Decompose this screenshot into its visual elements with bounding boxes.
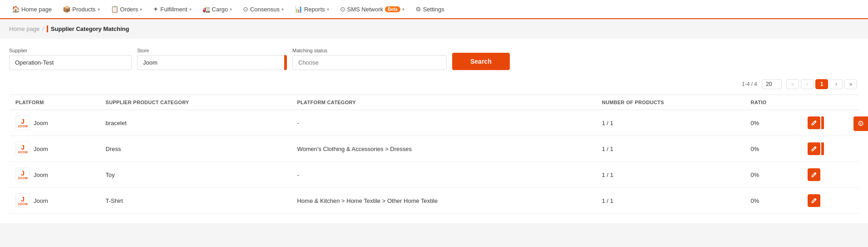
ratio-cell: 0% — [745, 162, 801, 188]
home-icon: 🏠 — [12, 5, 20, 13]
page-range: 1-4 / 4 — [742, 81, 757, 87]
category-matching-table: PLATFORM SUPPLIER PRODUCT CATEGORY PLATF… — [9, 95, 859, 214]
nav-item-consensus[interactable]: ⊙ Consensus ▾ — [238, 4, 288, 15]
side-bar-indicator — [821, 142, 824, 155]
smsnetwork-badge: Beta — [385, 6, 400, 12]
matching-status-input[interactable] — [292, 55, 447, 70]
action-cell — [801, 188, 859, 214]
nav-label-settings: Settings — [423, 6, 444, 13]
col-header-num-products: NUMBER OF PRODUCTS — [596, 95, 745, 110]
nav-label-fulfillment: Fulfillment — [160, 6, 187, 13]
fulfillment-dropdown-arrow: ▾ — [189, 7, 192, 12]
last-page-button[interactable]: » — [844, 79, 857, 89]
supplier-category-cell: Toy — [99, 162, 291, 188]
nav-item-settings[interactable]: ⚙ Settings — [411, 4, 449, 15]
store-label: Store — [137, 48, 287, 53]
platform-name: Joom — [34, 146, 48, 152]
edit-icon — [811, 172, 817, 178]
cargo-icon: 🚛 — [202, 5, 210, 13]
platform-name: Joom — [34, 171, 48, 178]
platform-cell: J JOOM Joom — [9, 162, 99, 188]
breadcrumb-current: Supplier Category Matching — [47, 25, 129, 32]
page-size-input[interactable] — [762, 79, 782, 89]
edit-icon — [811, 120, 817, 126]
breadcrumb-separator: / — [42, 25, 44, 32]
platform-category-cell: - — [291, 162, 595, 188]
breadcrumb: Home page / Supplier Category Matching — [0, 19, 868, 39]
store-input[interactable] — [137, 55, 287, 70]
col-header-supplier-category: SUPPLIER PRODUCT CATEGORY — [99, 95, 291, 110]
platform-category-cell: Home & Kitchen > Home Textile > Other Ho… — [291, 188, 595, 214]
nav-item-orders[interactable]: 📋 Orders ▾ — [106, 4, 147, 15]
nav-item-smsnetwork[interactable]: ⊙ SMS Network Beta ▾ — [335, 4, 409, 15]
breadcrumb-home[interactable]: Home page — [9, 25, 39, 32]
reports-dropdown-arrow: ▾ — [327, 7, 329, 12]
col-header-actions — [801, 95, 859, 110]
settings-icon: ⚙ — [415, 5, 421, 13]
nav-label-homepage: Home page — [21, 6, 52, 13]
supplier-category-cell: bracelet — [99, 110, 291, 136]
table-row: J JOOM Joom bracelet - 1 / 1 0% — [9, 110, 859, 136]
fulfillment-icon: ✦ — [153, 5, 158, 13]
num-products-cell: 1 / 1 — [596, 110, 745, 136]
nav-label-reports: Reports — [304, 6, 325, 13]
store-flag-indicator — [284, 55, 287, 70]
col-header-platform-category: PLATFORM CATEGORY — [291, 95, 595, 110]
nav-item-cargo[interactable]: 🚛 Cargo ▾ — [198, 4, 237, 15]
col-header-ratio: RATIO — [745, 95, 801, 110]
edit-button[interactable] — [808, 116, 820, 129]
pagination-row: 1-4 / 4 « ‹ 1 › » — [9, 79, 859, 89]
matching-label: Matching status — [292, 48, 447, 53]
gear-icon: ⚙ — [858, 119, 864, 128]
platform-cell: J JOOM Joom — [9, 110, 99, 136]
supplier-label: Supplier — [9, 48, 132, 53]
table-row: J JOOM Joom Dress Women's Clothing & Acc… — [9, 136, 859, 162]
consensus-icon: ⊙ — [243, 5, 248, 13]
platform-cell: J JOOM Joom — [9, 136, 99, 162]
nav-label-consensus: Consensus — [250, 6, 280, 13]
main-content: Supplier Store Matching status Search 1-… — [0, 39, 868, 223]
store-input-wrap — [137, 55, 287, 70]
consensus-dropdown-arrow: ▾ — [281, 7, 284, 12]
next-page-button[interactable]: › — [830, 79, 843, 89]
ratio-cell: 0% — [745, 110, 801, 136]
platform-category-cell: - — [291, 110, 595, 136]
filters-row: Supplier Store Matching status Search — [9, 48, 859, 70]
platform-name: Joom — [34, 120, 48, 126]
platform-cell: J JOOM Joom — [9, 188, 99, 214]
page-1-button[interactable]: 1 — [815, 79, 828, 89]
products-icon: 📦 — [63, 5, 70, 13]
action-cell — [801, 110, 859, 136]
nav-label-cargo: Cargo — [212, 6, 228, 13]
num-products-cell: 1 / 1 — [596, 188, 745, 214]
edit-button[interactable] — [808, 168, 820, 181]
nav-item-fulfillment[interactable]: ✦ Fulfillment ▾ — [148, 4, 196, 15]
orders-dropdown-arrow: ▾ — [140, 7, 142, 12]
platform-category-cell: Women's Clothing & Accessories > Dresses — [291, 136, 595, 162]
num-products-cell: 1 / 1 — [596, 162, 745, 188]
joom-logo: J JOOM — [15, 167, 30, 182]
first-page-button[interactable]: « — [786, 79, 799, 89]
table-row: J JOOM Joom T-Shirt Home & Kitchen > Hom… — [9, 188, 859, 214]
action-cell — [801, 136, 859, 162]
smsnetwork-dropdown-arrow: ▾ — [402, 7, 404, 12]
supplier-input[interactable] — [9, 55, 132, 70]
search-button[interactable]: Search — [452, 53, 510, 70]
floating-settings-button[interactable]: ⚙ — [853, 116, 868, 131]
edit-button[interactable] — [808, 194, 820, 207]
nav-item-reports[interactable]: 📊 Reports ▾ — [290, 4, 334, 15]
joom-logo: J JOOM — [15, 141, 30, 156]
action-cell — [801, 162, 859, 188]
top-navigation: 🏠 Home page 📦 Products ▾ 📋 Orders ▾ ✦ Fu… — [0, 0, 868, 19]
prev-page-button[interactable]: ‹ — [801, 79, 814, 89]
supplier-filter-group: Supplier — [9, 48, 132, 70]
cargo-dropdown-arrow: ▾ — [230, 7, 232, 12]
nav-item-products[interactable]: 📦 Products ▾ — [58, 4, 104, 15]
supplier-category-cell: Dress — [99, 136, 291, 162]
supplier-category-cell: T-Shirt — [99, 188, 291, 214]
nav-item-homepage[interactable]: 🏠 Home page — [7, 4, 56, 15]
joom-logo: J JOOM — [15, 116, 30, 130]
table-row: J JOOM Joom Toy - 1 / 1 0% — [9, 162, 859, 188]
nav-label-smsnetwork: SMS Network — [347, 6, 383, 13]
edit-button[interactable] — [808, 142, 820, 155]
